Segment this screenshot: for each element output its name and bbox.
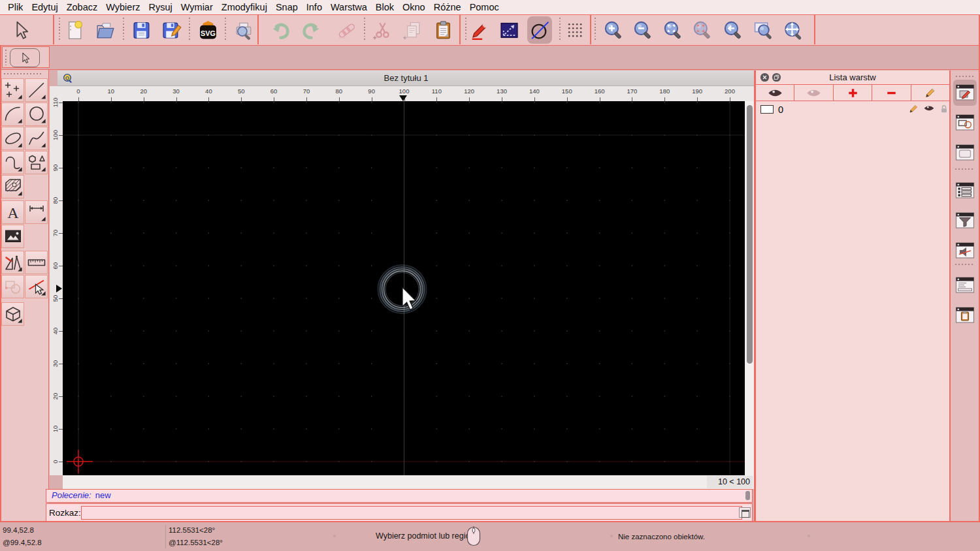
restrict-orthogonal-button[interactable] <box>497 16 521 44</box>
snap-pointer-tool-button[interactable] <box>25 275 48 298</box>
menu-item-10[interactable]: Blok <box>376 2 394 12</box>
horizontal-scrollbar[interactable]: 10 < 100 <box>63 475 755 489</box>
grid-icon <box>564 20 586 41</box>
box-3d-tool-button[interactable] <box>1 302 24 326</box>
remove-layer-button[interactable] <box>872 85 911 101</box>
ellipse-tool-button[interactable] <box>1 127 24 150</box>
zoom-in-button[interactable] <box>601 16 626 44</box>
add-layer-button[interactable] <box>834 85 872 101</box>
toolbar-separator <box>465 18 466 42</box>
hatch-tool-button[interactable] <box>1 175 24 198</box>
copy-button[interactable] <box>400 16 425 44</box>
undo-button[interactable] <box>268 16 293 44</box>
menu-item-13[interactable]: Pomoc <box>470 2 499 12</box>
menu-item-4[interactable]: Rysuj <box>149 2 172 12</box>
save-icon <box>131 20 152 41</box>
circle-tool-button[interactable] <box>25 102 48 126</box>
command-options-button[interactable] <box>739 507 751 518</box>
window-icon <box>742 510 749 518</box>
command-history-scrollbar[interactable] <box>745 491 750 500</box>
open-folder-button[interactable] <box>92 16 117 44</box>
cut-button[interactable] <box>370 16 395 44</box>
hide-all-layers-button[interactable] <box>794 85 833 101</box>
points-tool-button[interactable] <box>1 78 24 102</box>
zoom-previous-button[interactable] <box>721 16 745 44</box>
divider <box>754 71 755 521</box>
ellipse-icon <box>3 129 23 148</box>
save-button[interactable] <box>129 16 154 44</box>
text-tool-button[interactable]: A <box>1 200 24 224</box>
action-hint: Wybierz podmiot lub region <box>376 531 474 541</box>
paste-button[interactable] <box>431 16 455 44</box>
drawing-canvas[interactable] <box>63 101 745 475</box>
panel-toggle-editor-button[interactable] <box>953 80 977 106</box>
dimension-tool-button[interactable] <box>25 200 48 224</box>
panel-toggle-history-button[interactable] <box>953 272 977 298</box>
spline-tool-button[interactable] <box>25 127 48 150</box>
show-all-layers-button[interactable] <box>756 85 794 101</box>
polyline-tool-button[interactable] <box>1 151 24 174</box>
new-document-button[interactable] <box>62 16 87 44</box>
dock-handle[interactable] <box>956 76 974 77</box>
menu-item-12[interactable]: Różne <box>434 2 461 12</box>
image-tool-button[interactable] <box>1 225 24 248</box>
zoom-out-button[interactable] <box>630 16 655 44</box>
delete-button[interactable] <box>334 16 359 44</box>
save-as-button[interactable] <box>159 16 184 44</box>
polyline-icon <box>3 153 23 172</box>
menu-item-0[interactable]: Plik <box>8 2 23 12</box>
menu-item-5[interactable]: Wymiar <box>181 2 213 12</box>
measure-tool-button[interactable] <box>25 251 48 274</box>
menu-item-2[interactable]: Zobacz <box>67 2 98 12</box>
edit-pencil-icon[interactable] <box>907 103 919 115</box>
pen-button[interactable] <box>466 16 491 44</box>
lock-icon[interactable] <box>938 103 950 115</box>
panel-toggle-library-button[interactable] <box>953 140 977 166</box>
h-ruler-label: 20 <box>136 87 152 95</box>
redo-button[interactable] <box>299 16 323 44</box>
document-titlebar[interactable]: Q Bez tytułu 1 <box>57 71 755 86</box>
edit-layer-button[interactable] <box>911 85 949 101</box>
arc-tool-button[interactable] <box>1 102 24 126</box>
panel-toggle-blocks-button[interactable] <box>953 110 977 136</box>
menu-item-8[interactable]: Info <box>306 2 322 12</box>
zoom-auto-button[interactable] <box>661 16 685 44</box>
menu-item-9[interactable]: Warstwa <box>331 2 367 12</box>
modify-tool-button[interactable] <box>1 275 24 298</box>
drafting-tools-tool-button[interactable] <box>1 251 24 274</box>
menu-item-11[interactable]: Okno <box>402 2 425 12</box>
panel-toggle-clipboard-button[interactable] <box>953 302 977 328</box>
palette-handle[interactable] <box>4 73 43 74</box>
toolbar-group-divider <box>814 15 815 44</box>
line-tool-button[interactable] <box>25 78 48 102</box>
print-preview-button[interactable] <box>231 16 255 44</box>
selection-arrow-button[interactable] <box>10 48 40 67</box>
zoom-selection-button[interactable] <box>690 16 715 44</box>
shapes-tool-button[interactable] <box>25 151 48 174</box>
visibility-eye-icon[interactable] <box>923 103 935 115</box>
svg-export-button[interactable]: SVG <box>195 16 220 44</box>
h-ruler-label: 120 <box>461 87 477 95</box>
menu-item-3[interactable]: Wybierz <box>106 2 140 12</box>
h-ruler-label: 200 <box>722 87 738 95</box>
menu-item-7[interactable]: Snap <box>276 2 298 12</box>
layer-color-swatch[interactable] <box>760 105 774 114</box>
vertical-scrollbar-thumb[interactable] <box>747 105 753 364</box>
toolbar-handle[interactable] <box>5 50 7 65</box>
h-ruler-label: 80 <box>331 87 347 95</box>
svg-text:A: A <box>7 204 19 221</box>
pan-button[interactable] <box>781 16 806 44</box>
panel-toggle-properties-button[interactable] <box>953 178 977 204</box>
grid-button[interactable] <box>563 16 587 44</box>
command-input[interactable] <box>81 506 742 520</box>
panel-toggle-filter-button[interactable] <box>953 208 977 234</box>
menu-item-1[interactable]: Edytuj <box>31 2 57 12</box>
vertical-scrollbar[interactable] <box>745 101 755 475</box>
layer-row[interactable]: 0 <box>756 101 949 118</box>
panel-toggle-command-button[interactable] <box>953 238 977 264</box>
menu-item-6[interactable]: Zmodyfikuj <box>221 2 267 12</box>
zoom-window-button[interactable] <box>751 16 776 44</box>
h-ruler-label: 140 <box>527 87 542 95</box>
construction-layer-button[interactable] <box>527 16 552 44</box>
selection-arrow-button[interactable] <box>8 16 33 44</box>
